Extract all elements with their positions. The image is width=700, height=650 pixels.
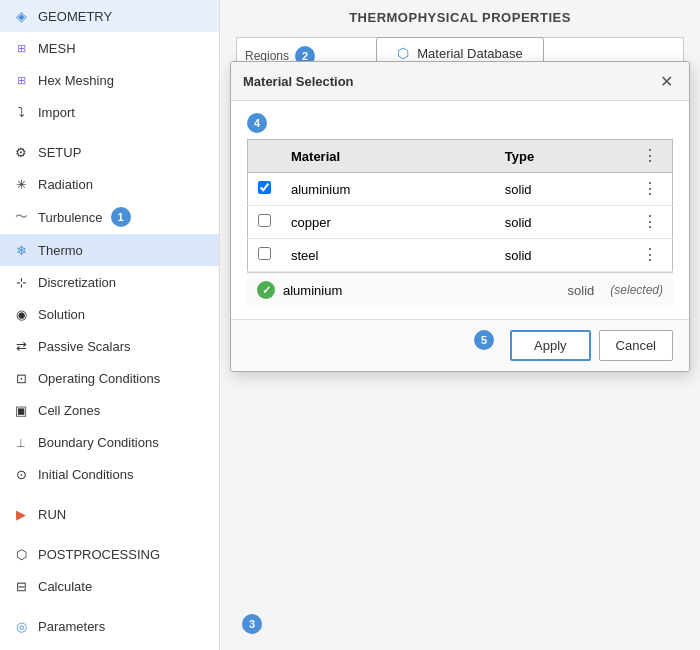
sidebar-item-summary[interactable]: ☰ Summary (0, 642, 219, 650)
col-material: Material (281, 140, 495, 173)
material-type-copper: solid (495, 206, 628, 239)
import-icon: ⤵ (12, 103, 30, 121)
sidebar-item-label: Cell Zones (38, 403, 100, 418)
sidebar-item-setup[interactable]: ⚙ SETUP (0, 136, 219, 168)
checkbox-aluminium[interactable] (258, 181, 271, 194)
row-dots-button-aluminium[interactable]: ⋮ (638, 179, 662, 199)
initial-conditions-icon: ⊙ (12, 465, 30, 483)
sidebar-item-solution[interactable]: ◉ Solution (0, 298, 219, 330)
passive-scalars-icon: ⇄ (12, 337, 30, 355)
sidebar-item-label: Boundary Conditions (38, 435, 159, 450)
setup-icon: ⚙ (12, 143, 30, 161)
hex-meshing-icon: ⊞ (12, 71, 30, 89)
checkbox-cell-steel[interactable] (248, 239, 282, 272)
sidebar-item-boundary-conditions[interactable]: ⟂ Boundary Conditions (0, 426, 219, 458)
parameters-icon: ◎ (12, 617, 30, 635)
table-header-dots-button[interactable]: ⋮ (638, 146, 662, 166)
material-selection-modal: Material Selection ✕ 4 Material Type (230, 61, 690, 372)
sidebar-item-label: RUN (38, 507, 66, 522)
sidebar-item-mesh[interactable]: ⊞ MESH (0, 32, 219, 64)
boundary-conditions-icon: ⟂ (12, 433, 30, 451)
modal-close-button[interactable]: ✕ (655, 70, 677, 92)
apply-button[interactable]: Apply (510, 330, 591, 361)
sidebar-item-geometry[interactable]: ◈ GEOMETRY (0, 0, 219, 32)
solution-icon: ◉ (12, 305, 30, 323)
col-checkbox (248, 140, 282, 173)
sidebar-item-operating-conditions[interactable]: ⊡ Operating Conditions (0, 362, 219, 394)
material-database-label: Material Database (417, 46, 523, 61)
modal-body: 4 Material Type ⋮ (231, 101, 689, 319)
sidebar-item-label: Discretization (38, 275, 116, 290)
checkbox-steel[interactable] (258, 247, 271, 260)
sidebar-item-label: Thermo (38, 243, 83, 258)
sidebar-item-label: Parameters (38, 619, 105, 634)
sidebar: ◈ GEOMETRY ⊞ MESH ⊞ Hex Meshing ⤵ Import… (0, 0, 220, 650)
run-icon: ▶ (12, 505, 30, 523)
sidebar-item-label: MESH (38, 41, 76, 56)
col-type: Type (495, 140, 628, 173)
selected-material-row: aluminium solid (selected) (247, 272, 673, 307)
row-dots-button-steel[interactable]: ⋮ (638, 245, 662, 265)
sidebar-item-label: SETUP (38, 145, 81, 160)
sidebar-item-postprocessing[interactable]: ⬡ POSTPROCESSING (0, 538, 219, 570)
sidebar-item-label: Hex Meshing (38, 73, 114, 88)
sidebar-item-cell-zones[interactable]: ▣ Cell Zones (0, 394, 219, 426)
sidebar-item-turbulence[interactable]: 〜 Turbulence 1 (0, 200, 219, 234)
turbulence-badge: 1 (111, 207, 131, 227)
modal-title: Material Selection (243, 74, 354, 89)
checkbox-cell-aluminium[interactable] (248, 173, 282, 206)
main-content: Regions 2 ⬡ solid 💧 fluid Equation of St… (220, 31, 700, 650)
row-actions-copper: ⋮ (628, 206, 673, 239)
sidebar-item-passive-scalars[interactable]: ⇄ Passive Scalars (0, 330, 219, 362)
badge-3: 3 (242, 614, 262, 634)
modal-badge-5: 5 (474, 330, 494, 350)
sidebar-item-label: Operating Conditions (38, 371, 160, 386)
geometry-icon: ◈ (12, 7, 30, 25)
sidebar-item-hex-meshing[interactable]: ⊞ Hex Meshing (0, 64, 219, 96)
operating-conditions-icon: ⊡ (12, 369, 30, 387)
main-panel: THERMOPHYSICAL PROPERTIES Regions 2 ⬡ so… (220, 0, 700, 650)
selected-material-type: solid (568, 283, 595, 298)
cancel-button[interactable]: Cancel (599, 330, 673, 361)
sidebar-item-label: POSTPROCESSING (38, 547, 160, 562)
thermo-icon: ❄ (12, 241, 30, 259)
sidebar-item-label: Radiation (38, 177, 93, 192)
postprocessing-icon: ⬡ (12, 545, 30, 563)
selected-check-icon (257, 281, 275, 299)
material-database-icon: ⬡ (397, 45, 409, 61)
modal-footer: 5 Apply Cancel (231, 319, 689, 371)
sidebar-item-label: Solution (38, 307, 85, 322)
sidebar-item-initial-conditions[interactable]: ⊙ Initial Conditions (0, 458, 219, 490)
col-actions: ⋮ (628, 140, 673, 173)
sidebar-item-calculate[interactable]: ⊟ Calculate (0, 570, 219, 602)
checkbox-copper[interactable] (258, 214, 271, 227)
sidebar-item-label: Calculate (38, 579, 92, 594)
radiation-icon: ✳ (12, 175, 30, 193)
selected-material-name: aluminium (283, 283, 560, 298)
table-row: aluminium solid ⋮ (248, 173, 673, 206)
sidebar-item-label: GEOMETRY (38, 9, 112, 24)
sidebar-item-parameters[interactable]: ◎ Parameters (0, 610, 219, 642)
modal-header: Material Selection ✕ (231, 62, 689, 101)
sidebar-item-radiation[interactable]: ✳ Radiation (0, 168, 219, 200)
modal-badge-4: 4 (247, 113, 267, 133)
material-type-aluminium: solid (495, 173, 628, 206)
calculate-icon: ⊟ (12, 577, 30, 595)
sidebar-item-thermo[interactable]: ❄ Thermo (0, 234, 219, 266)
sidebar-item-import[interactable]: ⤵ Import (0, 96, 219, 128)
sidebar-item-label: Passive Scalars (38, 339, 130, 354)
cell-zones-icon: ▣ (12, 401, 30, 419)
table-row: copper solid ⋮ (248, 206, 673, 239)
material-name-steel: steel (281, 239, 495, 272)
discretization-icon: ⊹ (12, 273, 30, 291)
selected-tag: (selected) (610, 283, 663, 297)
sidebar-item-run[interactable]: ▶ RUN (0, 498, 219, 530)
checkbox-cell-copper[interactable] (248, 206, 282, 239)
sidebar-item-label: Turbulence (38, 210, 103, 225)
modal-overlay: Material Selection ✕ 4 Material Type (220, 31, 700, 650)
material-name-aluminium: aluminium (281, 173, 495, 206)
turbulence-icon: 〜 (12, 208, 30, 226)
sidebar-item-discretization[interactable]: ⊹ Discretization (0, 266, 219, 298)
row-dots-button-copper[interactable]: ⋮ (638, 212, 662, 232)
material-name-copper: copper (281, 206, 495, 239)
